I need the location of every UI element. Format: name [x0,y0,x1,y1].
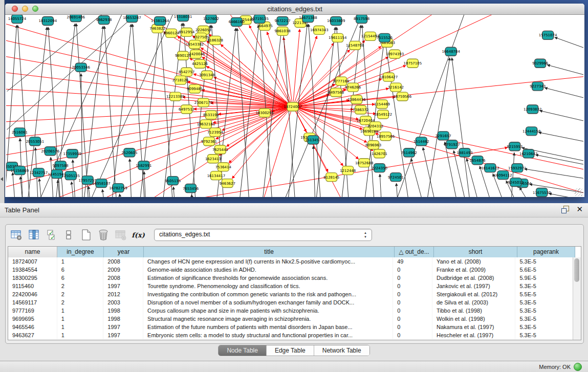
tab-edge-table[interactable]: Edge Table [267,345,314,356]
citation-edge-black[interactable] [39,179,42,197]
network-node[interactable]: 2204312 [367,122,383,130]
citation-edge-black[interactable] [102,189,104,197]
network-node[interactable]: 6497512 [179,105,194,114]
citation-edge-black[interactable] [133,24,145,197]
network-node[interactable]: 20691406 [67,15,84,21]
network-node[interactable]: 11548708 [346,41,364,50]
tab-node-table[interactable]: Node Table [219,345,267,356]
column-header-out_degree[interactable]: △ out_de... [395,247,434,257]
network-node[interactable]: 6466160 [229,17,245,26]
table-row[interactable]: 1938455462009Genome-wide association stu… [8,266,573,274]
citation-edge-black[interactable] [411,159,423,197]
network-node[interactable]: 7536414 [215,163,232,171]
function-builder-icon[interactable]: f(x) [132,228,145,242]
network-node[interactable]: 1527602 [203,15,219,23]
network-node[interactable]: 23864436 [347,95,365,104]
citation-edge-black[interactable] [144,171,146,197]
citation-edge-red[interactable] [293,29,300,102]
network-node[interactable]: 12444158 [522,127,540,136]
network-node[interactable]: 18141612 [481,164,499,172]
table-row[interactable]: 946362711997Embryonic stem cells: a mode… [8,331,573,339]
network-node[interactable]: 8186328 [207,36,223,45]
table-row[interactable]: 977716911998Corpus callosum shape and si… [8,307,573,315]
citation-edge-black[interactable] [283,27,295,197]
column-header-title[interactable]: title [144,247,395,257]
table-row[interactable]: 969969511998Structural magnetic resonanc… [8,315,573,323]
citation-edge-red[interactable] [298,108,583,194]
network-node[interactable]: 7653456 [183,184,199,193]
select-columns-icon[interactable] [27,228,40,242]
select-rows-checks-icon[interactable]: ✓ ✓ [45,228,58,242]
table-row[interactable]: 2242004622012Investigating the contribut… [8,290,573,298]
network-node[interactable]: 9890123 [175,51,191,60]
network-node[interactable]: 15751074 [539,31,557,39]
column-header-short[interactable]: short [434,247,517,257]
network-node[interactable]: 18757105 [404,59,422,68]
column-header-pagerank[interactable]: pagerank [517,247,575,257]
network-node[interactable]: 20053346 [72,63,90,72]
network-node[interactable]: 9724501 [388,173,404,182]
network-node[interactable]: 15318031 [174,15,192,21]
citation-edge-black[interactable] [555,37,583,50]
citation-edge-black[interactable] [89,186,91,197]
network-node[interactable]: 9862938 [96,15,112,24]
citation-edge-black[interactable] [7,15,142,129]
citation-edge-black[interactable] [445,142,458,197]
network-node[interactable]: 1514462 [413,137,429,146]
citation-edge-black[interactable] [76,24,89,197]
citation-edge-black[interactable] [129,159,131,197]
network-node[interactable]: 7625441 [212,145,228,154]
network-node[interactable]: 8542757 [179,68,194,76]
network-node[interactable]: 9792361 [201,137,217,146]
citation-edge-black[interactable] [452,58,470,197]
network-node[interactable]: 16033809 [327,16,345,25]
network-node[interactable]: 12342757 [30,168,48,177]
citation-edge-black[interactable] [545,88,583,99]
network-node[interactable]: 8096963 [365,141,381,149]
network-node[interactable]: 9472217 [275,16,291,25]
network-node[interactable]: 7515526 [377,33,393,42]
network-node[interactable]: 8533191 [203,111,219,119]
network-node[interactable]: 9099485 [187,84,203,93]
new-table-icon[interactable] [79,228,93,242]
column-header-name[interactable]: name [8,247,57,257]
citation-edge-red[interactable] [6,39,287,105]
citation-edge-black[interactable] [173,187,175,197]
network-node[interactable]: 9097588 [53,161,69,170]
network-node[interactable]: 9329966 [532,59,548,68]
citation-edge-black[interactable] [423,147,435,197]
column-header-year[interactable]: year [104,247,144,257]
table-row[interactable]: 1872400712008Changes of HCN gene express… [8,257,573,266]
citation-edge-black[interactable] [539,111,583,122]
table-settings-icon[interactable] [10,228,23,242]
close-panel-icon[interactable]: ✕ [576,205,583,213]
citation-edge-black[interactable] [161,27,173,197]
vertical-scrollbar[interactable] [573,257,581,340]
citation-edge-black[interactable] [535,155,583,166]
network-node[interactable]: 8912954 [179,28,195,36]
network-node[interactable]: 7514962 [401,148,417,157]
citation-edge-black[interactable] [191,194,192,197]
tab-network-table[interactable]: Network Table [314,345,369,356]
network-node[interactable]: 7123954 [207,128,224,137]
network-node[interactable]: 1881493 [457,148,473,157]
network-node[interactable]: 20553051 [26,137,44,146]
table-row[interactable]: 946554611997Estimation of the future num… [8,323,573,331]
window-titlebar[interactable]: citations_edges.txt [5,4,584,15]
citation-edge-red[interactable] [213,107,287,123]
network-node[interactable]: 2291657 [435,132,451,140]
citation-edge-red[interactable] [6,89,287,106]
network-node[interactable]: 2520605 [121,148,137,157]
network-node[interactable]: 14055724 [8,15,27,23]
float-window-icon[interactable] [561,205,569,213]
citation-edge-black[interactable] [396,183,398,197]
network-node[interactable]: 18549122 [374,110,392,119]
network-node[interactable]: 11675530 [533,188,551,197]
citation-edge-black[interactable] [519,187,530,197]
table-row[interactable]: 1830029562008Estimation of significance … [8,274,573,282]
close-window-button[interactable] [12,6,18,12]
citation-edge-black[interactable] [7,15,109,92]
citation-edge-black[interactable] [380,174,381,197]
network-node[interactable]: 9227343 [530,82,546,91]
citation-edge-black[interactable] [395,15,466,197]
